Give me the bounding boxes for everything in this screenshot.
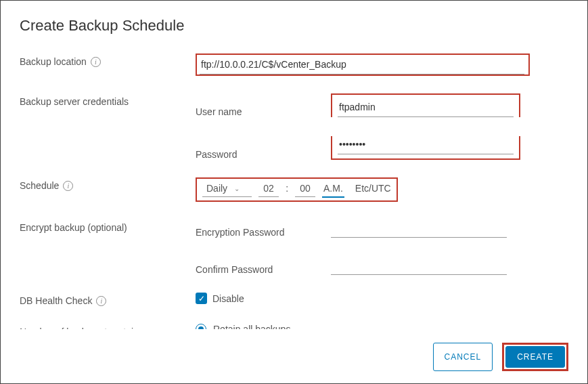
time-separator: : — [286, 183, 288, 194]
info-icon[interactable]: i — [96, 296, 106, 306]
frequency-select[interactable]: Daily ⌄ — [202, 180, 252, 197]
label-backup-location: Backup location i — [20, 54, 196, 67]
row-credentials: Backup server credentials User name Pass… — [20, 93, 559, 160]
retain-all-label: Retain all backups — [213, 324, 290, 329]
label-schedule-text: Schedule — [20, 180, 59, 191]
encrypt-fields: Encryption Password Confirm Password — [196, 219, 559, 275]
label-schedule: Schedule i — [20, 177, 196, 191]
credentials-fields: User name Password — [196, 93, 559, 160]
schedule-fields: Daily ⌄ 02 : 00 A.M. Etc/UTC — [196, 177, 559, 202]
label-confirm-pass: Confirm Password — [196, 264, 331, 275]
db-health-field: ✓ Disable — [196, 293, 559, 304]
row-db-health: DB Health Check i ✓ Disable — [20, 293, 559, 306]
label-credentials-text: Backup server credentials — [20, 96, 129, 107]
label-credentials: Backup server credentials — [20, 93, 196, 107]
row-retain: Number of backups to retain Retain all b… — [20, 324, 559, 329]
subrow-password: Password — [196, 136, 559, 160]
label-db-health: DB Health Check i — [20, 293, 196, 306]
label-username: User name — [196, 106, 331, 117]
backup-location-input[interactable] — [200, 56, 524, 74]
info-icon[interactable]: i — [91, 57, 101, 67]
row-backup-location: Backup location i — [20, 54, 559, 76]
confirm-password-input[interactable] — [331, 257, 507, 275]
hour-input[interactable]: 02 — [258, 183, 279, 197]
chevron-down-icon: ⌄ — [234, 185, 240, 192]
backup-location-field — [196, 54, 559, 76]
row-schedule: Schedule i Daily ⌄ 02 : 00 A.M. Etc/UTC — [20, 177, 559, 202]
subrow-username: User name — [196, 93, 559, 117]
retain-all-option[interactable]: Retain all backups — [196, 324, 559, 329]
disable-checkbox-wrap[interactable]: ✓ Disable — [196, 293, 559, 304]
highlight-box — [331, 136, 520, 160]
disable-label: Disable — [212, 293, 244, 304]
password-input[interactable] — [338, 136, 514, 154]
create-backup-schedule-modal: Create Backup Schedule Backup location i… — [0, 0, 588, 384]
username-input[interactable] — [338, 99, 514, 117]
timezone-label: Etc/UTC — [355, 183, 391, 194]
modal-title: Create Backup Schedule — [20, 17, 568, 35]
modal-footer: CANCEL CREATE — [20, 329, 568, 371]
highlight-box — [331, 93, 520, 117]
subrow-confirm-pass: Confirm Password — [196, 257, 559, 275]
label-enc-pass: Encryption Password — [196, 227, 331, 238]
form-scroll-area[interactable]: Backup location i Backup server credenti… — [20, 45, 568, 329]
label-backup-location-text: Backup location — [20, 56, 87, 67]
row-encrypt: Encrypt backup (optional) Encryption Pas… — [20, 219, 559, 275]
cancel-button[interactable]: CANCEL — [433, 343, 493, 371]
highlight-box: Daily ⌄ 02 : 00 A.M. Etc/UTC — [196, 177, 398, 202]
frequency-value: Daily — [206, 183, 227, 194]
retain-fields: Retain all backups Retain last backups — [196, 324, 559, 329]
label-encrypt-text: Encrypt backup (optional) — [20, 222, 127, 233]
subrow-enc-pass: Encryption Password — [196, 219, 559, 238]
highlight-box: CREATE — [502, 343, 568, 371]
minute-input[interactable]: 00 — [295, 183, 315, 197]
highlight-box — [196, 54, 530, 76]
label-password: Password — [196, 149, 331, 160]
ampm-select[interactable]: A.M. — [322, 183, 344, 198]
create-button[interactable]: CREATE — [505, 346, 565, 368]
disable-checkbox[interactable]: ✓ — [196, 293, 207, 304]
label-retain: Number of backups to retain — [20, 324, 196, 329]
retain-all-radio[interactable] — [196, 324, 206, 329]
info-icon[interactable]: i — [63, 181, 73, 191]
encryption-password-input[interactable] — [331, 219, 507, 238]
label-db-health-text: DB Health Check — [20, 295, 92, 306]
label-encrypt: Encrypt backup (optional) — [20, 219, 196, 233]
